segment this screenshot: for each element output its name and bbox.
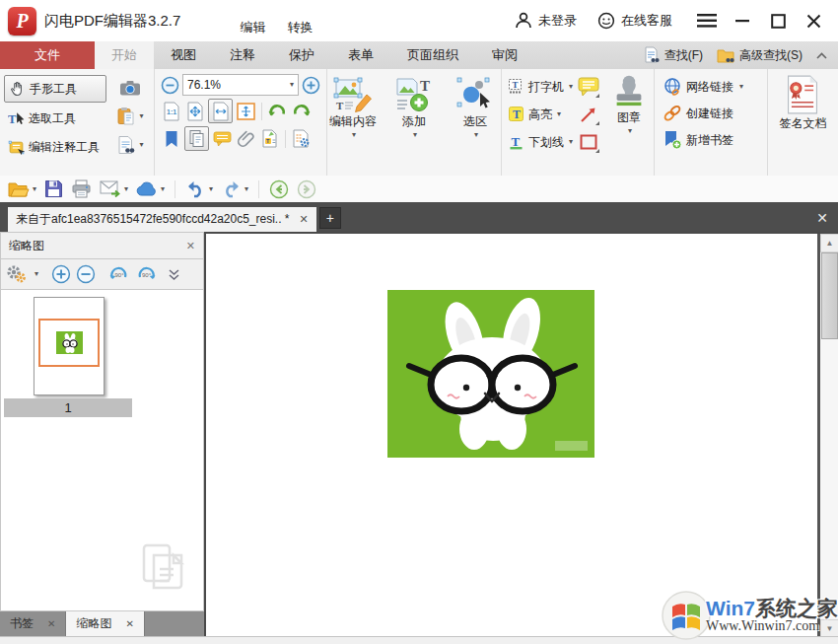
- bookmark-plus-icon: [663, 130, 682, 150]
- separator: [285, 130, 286, 148]
- fit-page-button[interactable]: [184, 101, 205, 121]
- zoom-level-combobox[interactable]: 76.1% ▾: [182, 74, 299, 96]
- ribbon-tab-row: 文件 开始 视图 注释 保护 表单 页面组织 审阅 查找(F) 高级查找(S): [0, 41, 838, 69]
- zoom-in-button[interactable]: [302, 76, 320, 95]
- tab-view[interactable]: 视图: [154, 41, 213, 69]
- note-comment-button[interactable]: [577, 75, 600, 99]
- select-tool-button[interactable]: T 选取工具: [4, 106, 106, 131]
- web-link-button[interactable]: 网络链接 ▾: [663, 76, 767, 98]
- thumbnail-image: [56, 331, 83, 354]
- stamp-button[interactable]: 图章 ▾: [606, 75, 652, 181]
- actual-size-button[interactable]: 1:1: [161, 101, 181, 121]
- rotate-page-right-button[interactable]: 90°: [135, 264, 157, 284]
- add-object-button[interactable]: T 添加 ▾: [388, 77, 440, 183]
- tab-form[interactable]: 表单: [331, 41, 390, 69]
- comments-panel-button[interactable]: [212, 128, 233, 149]
- close-icon[interactable]: ✕: [125, 618, 133, 629]
- app-menu-button[interactable]: [692, 8, 722, 34]
- rotate-page-left-button[interactable]: 90°: [108, 264, 130, 284]
- tab-review[interactable]: 审阅: [475, 41, 534, 69]
- tab-protect[interactable]: 保护: [272, 41, 331, 69]
- bookmark-panel-button[interactable]: [161, 128, 181, 149]
- more-tools-chevron-icon[interactable]: [168, 268, 180, 281]
- tab-thumbnails[interactable]: 缩略图 ✕: [66, 611, 144, 636]
- tab-home[interactable]: 开始: [95, 41, 154, 69]
- scrollbar-thumb[interactable]: [821, 252, 838, 339]
- tab-page-organize[interactable]: 页面组织: [390, 41, 475, 69]
- close-tab-icon[interactable]: ✕: [300, 213, 309, 226]
- close-icon[interactable]: ✕: [47, 618, 55, 629]
- next-view-button[interactable]: [295, 179, 318, 200]
- email-button[interactable]: ▾: [98, 179, 130, 198]
- print-button[interactable]: [69, 179, 94, 199]
- scroll-up-button[interactable]: ▲: [820, 234, 838, 252]
- dropdown-icon: ▾: [474, 131, 478, 139]
- chain-link-icon: [663, 104, 682, 123]
- page-setup-button[interactable]: [291, 128, 312, 149]
- rectangle-annotation-button[interactable]: [577, 130, 600, 154]
- edit-comment-tool-button[interactable]: 编辑注释工具: [4, 134, 106, 160]
- text-properties-panel-button[interactable]: T: [259, 128, 280, 149]
- find-button[interactable]: 查找(F): [638, 44, 708, 66]
- windows-logo-icon: [661, 590, 712, 641]
- svg-text:T: T: [513, 107, 521, 121]
- close-all-tabs-button[interactable]: ✕: [816, 210, 828, 226]
- collapse-ribbon-button[interactable]: [811, 50, 832, 61]
- dropdown-icon: ▾: [209, 185, 213, 193]
- tab-file[interactable]: 文件: [0, 41, 95, 69]
- paste-button[interactable]: ▾: [116, 104, 143, 129]
- document-tab[interactable]: 来自于afc1ea8376515472fe590fccd42a20c5_resi…: [8, 207, 316, 232]
- advanced-find-button[interactable]: 高级查找(S): [712, 45, 807, 66]
- online-support-button[interactable]: 在线客服: [596, 11, 672, 31]
- selection-icon: [455, 77, 495, 112]
- highlight-button[interactable]: T 高亮▾: [508, 103, 573, 126]
- find-document-icon: [643, 46, 661, 64]
- previous-view-button[interactable]: [267, 179, 291, 200]
- undo-button[interactable]: ▾: [183, 179, 215, 199]
- create-link-button[interactable]: 创建链接: [663, 103, 767, 124]
- dropdown-icon: ▾: [413, 131, 417, 139]
- page-number-bar[interactable]: 1: [4, 398, 132, 417]
- thumbnail-zoom-in-button[interactable]: [51, 264, 71, 284]
- typewriter-button[interactable]: T 打字机▾: [508, 75, 573, 99]
- thumbnail-options-button[interactable]: [5, 264, 28, 284]
- fit-width-button[interactable]: [208, 99, 233, 123]
- cloud-upload-button[interactable]: ▾: [134, 180, 167, 198]
- svg-text:T: T: [511, 134, 520, 149]
- attachment-panel-button[interactable]: [236, 128, 256, 149]
- login-button[interactable]: 未登录: [514, 11, 577, 31]
- thumbnail-panel-button[interactable]: [184, 126, 209, 151]
- new-bookmark-button[interactable]: 新增书签: [663, 129, 767, 151]
- close-button[interactable]: [799, 8, 828, 34]
- menu-convert[interactable]: 转换: [287, 19, 313, 36]
- page-thumbnail[interactable]: [34, 297, 105, 395]
- vertical-scrollbar[interactable]: ▲ ▼: [817, 234, 838, 638]
- sidebar-bottom-tabs: 书签 ✕ 缩略图 ✕: [0, 611, 204, 636]
- new-tab-button[interactable]: +: [319, 207, 341, 229]
- edit-content-button[interactable]: T 编辑内容 ▾: [327, 77, 379, 183]
- arrow-annotation-button[interactable]: [577, 103, 600, 126]
- rotate-left-button[interactable]: [267, 102, 288, 120]
- redo-button[interactable]: ▾: [219, 179, 250, 199]
- rotate-right-button[interactable]: [291, 102, 312, 120]
- hand-tool-button[interactable]: 手形工具: [4, 75, 106, 103]
- zoom-out-button[interactable]: [161, 76, 179, 95]
- open-file-button[interactable]: ▾: [6, 179, 38, 199]
- title-bar: P 闪电PDF编辑器3.2.7 编辑 转换 未登录 在线客服: [0, 0, 838, 41]
- tab-comment[interactable]: 注释: [213, 41, 272, 69]
- tab-bookmarks[interactable]: 书签 ✕: [0, 611, 66, 636]
- save-button[interactable]: [42, 179, 65, 199]
- thumbnail-zoom-out-button[interactable]: [76, 264, 96, 284]
- pdf-page[interactable]: [206, 234, 820, 638]
- menu-edit[interactable]: 编辑: [240, 19, 265, 36]
- snapshot-button[interactable]: [119, 75, 141, 101]
- fit-visible-button[interactable]: [236, 101, 256, 121]
- maximize-button[interactable]: [763, 8, 793, 34]
- minimize-button[interactable]: [728, 8, 757, 34]
- sign-document-button[interactable]: 签名文档: [772, 75, 833, 181]
- close-panel-icon[interactable]: ✕: [186, 240, 195, 252]
- search-document-button[interactable]: ▾: [116, 132, 143, 158]
- separator: [175, 180, 175, 198]
- selection-button[interactable]: 选区 ▾: [450, 77, 501, 183]
- underline-button[interactable]: T 下划线▾: [508, 130, 573, 154]
